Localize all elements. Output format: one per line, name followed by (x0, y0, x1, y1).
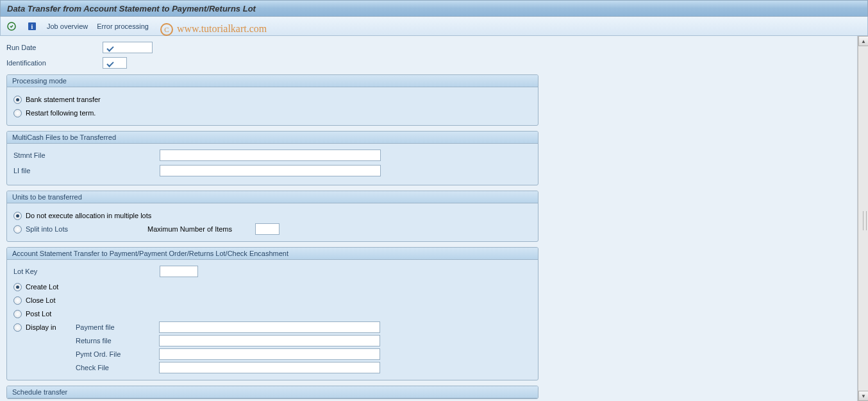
scroll-up-icon[interactable]: ▲ (858, 36, 868, 46)
error-processing-button[interactable]: Error processing (97, 22, 149, 30)
scroll-down-icon[interactable]: ▼ (858, 391, 868, 401)
max-items-label: Maximum Number of Items (147, 225, 255, 233)
close-lot-label: Close Lot (26, 296, 55, 304)
vertical-scrollbar[interactable]: ▲ ▼ (858, 36, 868, 401)
required-icon (106, 59, 113, 67)
check-file-input[interactable] (159, 362, 380, 373)
content-area: Run Date Identification Processing mode … (0, 36, 858, 401)
toolbar: i Job overview Error processing (0, 17, 868, 36)
scroll-grip-icon[interactable] (863, 211, 867, 230)
page-title: Data Transfer from Account Statement to … (7, 4, 256, 13)
schedule-transfer-header: Schedule transfer (7, 386, 538, 398)
max-items-input[interactable] (255, 223, 280, 235)
do-not-execute-radio[interactable] (13, 212, 22, 220)
display-in-radio[interactable] (13, 323, 22, 332)
post-lot-radio[interactable] (13, 310, 22, 318)
svg-text:i: i (31, 23, 33, 30)
processing-mode-header: Processing mode (7, 75, 538, 87)
do-not-execute-label: Do not execute allocation in multiple lo… (26, 212, 151, 219)
payment-file-label: Payment file (76, 323, 159, 331)
units-group: Units to be transferred Do not execute a… (6, 191, 538, 242)
required-icon (106, 44, 113, 51)
pymt-ord-file-label: Pymt Ord. File (76, 350, 159, 358)
title-bar: Data Transfer from Account Statement to … (0, 0, 868, 17)
li-file-input[interactable] (160, 165, 381, 176)
check-file-label: Check File (76, 364, 159, 371)
units-header: Units to be transferred (7, 191, 538, 203)
multicash-files-header: MultiCash Files to be Transferred (7, 132, 538, 144)
execute-icon[interactable] (6, 21, 17, 32)
create-lot-radio[interactable] (13, 283, 22, 291)
pymt-ord-file-input[interactable] (159, 348, 380, 360)
restart-following-term-radio[interactable] (13, 109, 22, 117)
bank-statement-transfer-radio[interactable] (13, 96, 22, 104)
stmnt-file-input[interactable] (160, 149, 381, 161)
job-overview-button[interactable]: Job overview (47, 22, 88, 30)
account-transfer-group: Account Statement Transfer to Payment/Pa… (6, 247, 538, 380)
lot-key-label: Lot Key (13, 268, 160, 275)
restart-following-term-label: Restart following term. (26, 109, 96, 117)
returns-file-label: Returns file (76, 337, 159, 345)
stmnt-file-label: Stmnt File (13, 151, 160, 159)
li-file-label: LI file (13, 167, 160, 175)
identification-label: Identification (6, 59, 103, 67)
lot-key-input[interactable] (160, 266, 198, 277)
bank-statement-transfer-label: Bank statement transfer (26, 96, 101, 103)
schedule-transfer-group: Schedule transfer (6, 386, 538, 399)
display-in-label: Display in (26, 323, 76, 331)
run-date-label: Run Date (6, 44, 103, 51)
split-into-lots-radio[interactable] (13, 225, 22, 234)
create-lot-label: Create Lot (26, 283, 58, 291)
close-lot-radio[interactable] (13, 296, 22, 305)
post-lot-label: Post Lot (26, 310, 51, 318)
account-transfer-header: Account Statement Transfer to Payment/Pa… (7, 248, 538, 260)
split-into-lots-label: Split into Lots (26, 225, 147, 233)
info-icon[interactable]: i (26, 21, 38, 32)
processing-mode-group: Processing mode Bank statement transfer … (6, 74, 538, 126)
multicash-files-group: MultiCash Files to be Transferred Stmnt … (6, 131, 538, 185)
payment-file-input[interactable] (159, 321, 380, 333)
returns-file-input[interactable] (159, 335, 380, 346)
